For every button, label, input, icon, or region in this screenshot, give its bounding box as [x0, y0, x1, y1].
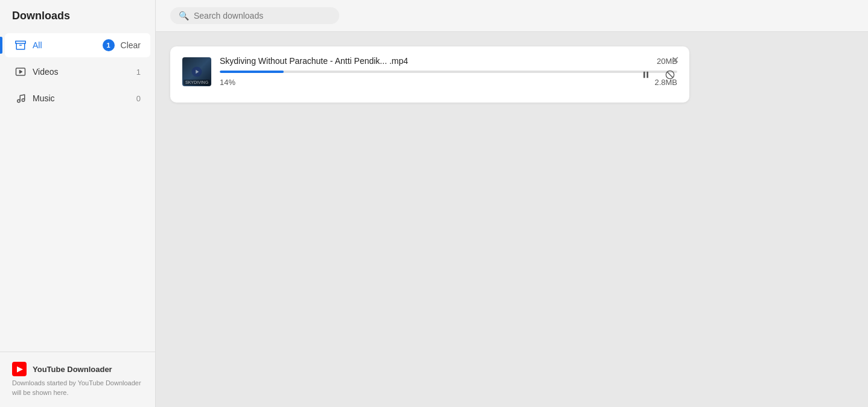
- pause-button[interactable]: [636, 65, 656, 84]
- youtube-downloader-icon: ▶: [12, 362, 27, 376]
- download-title: Skydiving Without Parachute - Antti Pend…: [220, 56, 408, 66]
- video-icon: [14, 66, 27, 78]
- sidebar-item-all-label: All: [33, 40, 103, 50]
- main-content: 🔍 ✕ SKYDIVING Skyd: [156, 0, 868, 407]
- cancel-button[interactable]: [660, 65, 680, 84]
- download-info: Skydiving Without Parachute - Antti Pend…: [220, 56, 677, 87]
- search-input[interactable]: [194, 11, 314, 21]
- main-header: 🔍: [156, 0, 868, 32]
- sidebar-nav: All 1 Clear Videos 1: [0, 30, 155, 114]
- clear-button[interactable]: Clear: [121, 40, 141, 50]
- sidebar-footer: ▶ YouTube Downloader Downloads started b…: [0, 352, 155, 407]
- download-stats-row: 14% 2.8MB: [220, 78, 677, 87]
- svg-rect-8: [643, 71, 645, 78]
- sidebar-item-videos[interactable]: Videos 1: [5, 60, 150, 84]
- svg-rect-0: [16, 41, 26, 43]
- svg-marker-3: [20, 71, 22, 74]
- thumbnail-label: SKYDIVING: [183, 80, 210, 85]
- search-icon: 🔍: [179, 11, 189, 21]
- sidebar-item-videos-label: Videos: [33, 67, 136, 77]
- progress-bar-container: [220, 71, 677, 73]
- tray-icon: [14, 39, 27, 51]
- progress-bar-fill: [220, 71, 284, 73]
- search-box[interactable]: 🔍: [170, 7, 339, 24]
- svg-rect-9: [646, 71, 648, 78]
- music-count: 0: [136, 94, 141, 103]
- download-card: ✕ SKYDIVING Skydiving Without Parachute …: [170, 46, 689, 103]
- footer-brand: ▶ YouTube Downloader: [12, 362, 143, 376]
- music-icon: [14, 92, 27, 104]
- sidebar: Downloads All 1 Clear Video: [0, 0, 156, 407]
- videos-count: 1: [136, 68, 141, 77]
- sidebar-item-music[interactable]: Music 0: [5, 86, 150, 110]
- download-title-row: Skydiving Without Parachute - Antti Pend…: [220, 56, 677, 66]
- download-thumbnail: SKYDIVING: [182, 57, 211, 86]
- sidebar-item-all[interactable]: All 1 Clear: [5, 33, 150, 57]
- download-actions: [636, 65, 680, 84]
- download-percent: 14%: [220, 78, 235, 87]
- all-badge: 1: [103, 39, 115, 51]
- svg-line-11: [667, 72, 672, 77]
- download-card-header: SKYDIVING Skydiving Without Parachute - …: [182, 56, 677, 87]
- app-title: Downloads: [0, 0, 155, 30]
- footer-brand-name: YouTube Downloader: [33, 365, 112, 374]
- sidebar-item-music-label: Music: [33, 93, 136, 103]
- footer-description: Downloads started by YouTube Downloader …: [12, 379, 143, 397]
- content-area: ✕ SKYDIVING Skydiving Without Parachute …: [156, 32, 868, 407]
